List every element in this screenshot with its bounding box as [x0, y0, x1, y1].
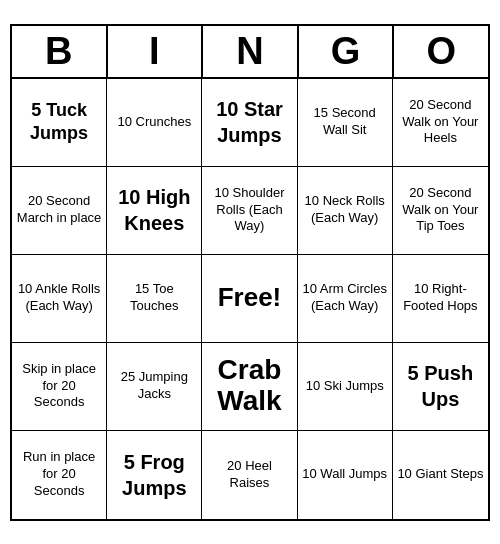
bingo-cell-4: 20 Second Walk on Your Heels: [393, 79, 488, 167]
bingo-cell-23: 10 Wall Jumps: [298, 431, 393, 519]
bingo-cell-2: 10 Star Jumps: [202, 79, 297, 167]
bingo-cell-22: 20 Heel Raises: [202, 431, 297, 519]
bingo-cell-6: 10 High Knees: [107, 167, 202, 255]
bingo-cell-24: 10 Giant Steps: [393, 431, 488, 519]
bingo-cell-21: 5 Frog Jumps: [107, 431, 202, 519]
bingo-cell-20: Run in place for 20 Seconds: [12, 431, 107, 519]
bingo-cell-15: Skip in place for 20 Seconds: [12, 343, 107, 431]
bingo-cell-1: 10 Crunches: [107, 79, 202, 167]
bingo-card: BINGO 5 Tuck Jumps10 Crunches10 Star Jum…: [10, 24, 490, 521]
bingo-cell-11: 15 Toe Touches: [107, 255, 202, 343]
bingo-cell-10: 10 Ankle Rolls (Each Way): [12, 255, 107, 343]
bingo-cell-17: Crab Walk: [202, 343, 297, 431]
bingo-cell-13: 10 Arm Circles (Each Way): [298, 255, 393, 343]
bingo-cell-14: 10 Right-Footed Hops: [393, 255, 488, 343]
header-letter-i: I: [108, 26, 204, 77]
bingo-cell-0: 5 Tuck Jumps: [12, 79, 107, 167]
bingo-cell-19: 5 Push Ups: [393, 343, 488, 431]
bingo-cell-18: 10 Ski Jumps: [298, 343, 393, 431]
bingo-cell-7: 10 Shoulder Rolls (Each Way): [202, 167, 297, 255]
header-letter-o: O: [394, 26, 488, 77]
bingo-cell-9: 20 Second Walk on Your Tip Toes: [393, 167, 488, 255]
bingo-header: BINGO: [12, 26, 488, 79]
bingo-cell-5: 20 Second March in place: [12, 167, 107, 255]
bingo-grid: 5 Tuck Jumps10 Crunches10 Star Jumps15 S…: [12, 79, 488, 519]
header-letter-n: N: [203, 26, 299, 77]
bingo-cell-12: Free!: [202, 255, 297, 343]
header-letter-g: G: [299, 26, 395, 77]
bingo-cell-8: 10 Neck Rolls (Each Way): [298, 167, 393, 255]
bingo-cell-16: 25 Jumping Jacks: [107, 343, 202, 431]
header-letter-b: B: [12, 26, 108, 77]
bingo-cell-3: 15 Second Wall Sit: [298, 79, 393, 167]
